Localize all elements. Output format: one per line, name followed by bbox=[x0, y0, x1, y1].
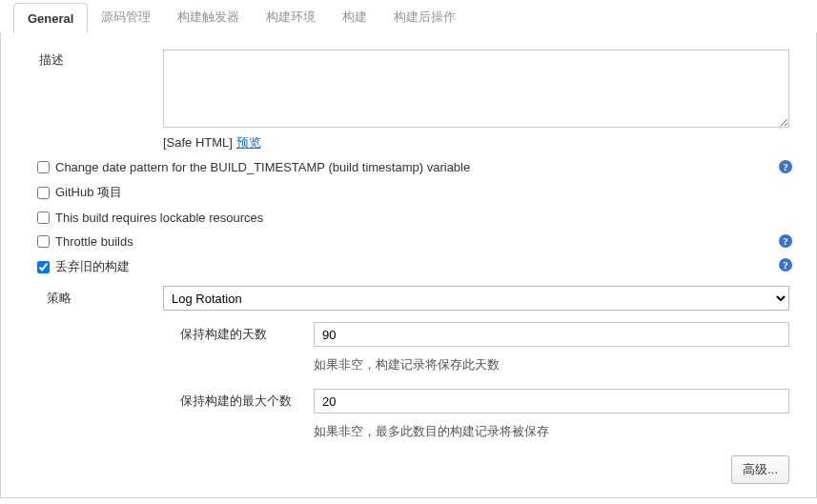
days-to-keep-input[interactable] bbox=[314, 322, 789, 347]
description-label: 描述 bbox=[10, 50, 163, 69]
help-icon[interactable]: ? bbox=[778, 233, 793, 249]
help-icon[interactable]: ? bbox=[778, 159, 793, 174]
help-icon[interactable]: ? bbox=[778, 257, 793, 272]
svg-text:?: ? bbox=[783, 235, 788, 247]
strategy-select[interactable]: Log Rotation bbox=[163, 286, 789, 311]
option-discard-old-checkbox[interactable] bbox=[37, 261, 50, 273]
tab-general[interactable]: General bbox=[13, 3, 88, 33]
option-lockable-checkbox[interactable] bbox=[37, 212, 50, 224]
tab-env[interactable]: 构建环境 bbox=[253, 1, 329, 32]
tab-scm[interactable]: 源码管理 bbox=[88, 1, 164, 32]
option-throttle-label: Throttle builds bbox=[55, 234, 133, 249]
max-to-keep-hint: 如果非空，最多此数目的构建记录将被保存 bbox=[180, 419, 789, 450]
max-to-keep-input[interactable] bbox=[314, 389, 789, 413]
max-to-keep-label: 保持构建的最大个数 bbox=[180, 393, 314, 410]
option-github-project-label: GitHub 项目 bbox=[55, 184, 122, 201]
svg-text:?: ? bbox=[783, 259, 788, 271]
option-change-timestamp-row: Change date pattern for the BUILD_TIMEST… bbox=[10, 155, 807, 179]
option-github-project-checkbox[interactable] bbox=[37, 187, 50, 199]
preview-link[interactable]: 预览 bbox=[236, 135, 261, 150]
option-github-project-row: GitHub 项目 bbox=[10, 179, 807, 206]
tab-build[interactable]: 构建 bbox=[329, 1, 380, 32]
days-to-keep-label: 保持构建的天数 bbox=[180, 326, 314, 343]
svg-text:?: ? bbox=[783, 161, 788, 172]
option-discard-old-row: 丢弃旧的构建 ? bbox=[10, 253, 807, 280]
discard-old-subform: 策略 Log Rotation 保持构建的天数 如果非空，构建记录将保存此天数 … bbox=[39, 280, 789, 450]
description-textarea[interactable] bbox=[163, 50, 789, 128]
tab-post[interactable]: 构建后操作 bbox=[380, 1, 469, 32]
option-throttle-row: Throttle builds ? bbox=[10, 230, 807, 253]
option-discard-old-label: 丢弃旧的构建 bbox=[55, 258, 130, 275]
advanced-button[interactable]: 高级... bbox=[731, 455, 789, 484]
option-change-timestamp-label: Change date pattern for the BUILD_TIMEST… bbox=[55, 160, 470, 174]
config-tabs: General 源码管理 构建触发器 构建环境 构建 构建后操作 bbox=[0, 0, 817, 32]
option-lockable-label: This build requires lockable resources bbox=[55, 211, 263, 225]
option-change-timestamp-checkbox[interactable] bbox=[37, 161, 50, 173]
option-lockable-row: This build requires lockable resources bbox=[10, 206, 807, 230]
days-to-keep-hint: 如果非空，构建记录将保存此天数 bbox=[180, 353, 789, 383]
description-hint: [Safe HTML] 预览 bbox=[163, 134, 789, 151]
tab-triggers[interactable]: 构建触发器 bbox=[164, 1, 253, 32]
tab-panel-general: 描述 [Safe HTML] 预览 Change date pattern fo… bbox=[0, 32, 817, 498]
strategy-label: 策略 bbox=[39, 290, 163, 307]
option-throttle-checkbox[interactable] bbox=[37, 235, 50, 248]
